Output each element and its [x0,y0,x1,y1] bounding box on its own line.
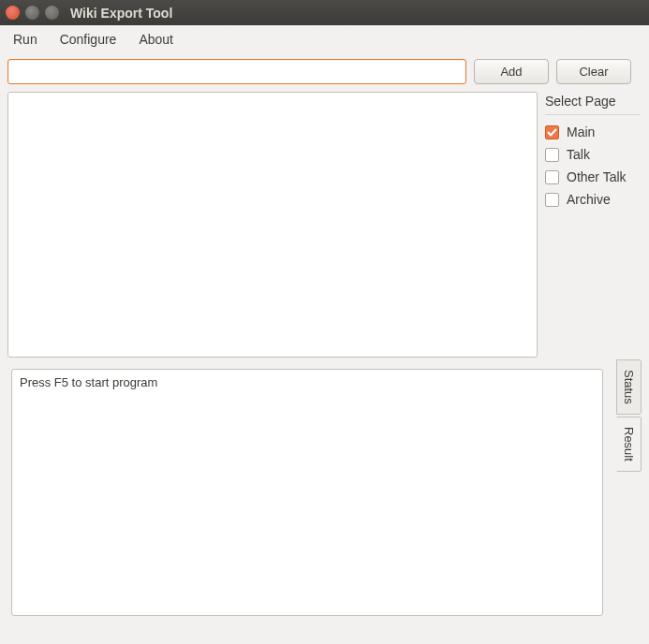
window-controls [6,6,59,20]
minimize-icon[interactable] [25,6,39,20]
window-title: Wiki Export Tool [70,6,172,21]
titlebar: Wiki Export Tool [0,0,649,25]
side-heading: Select Page [545,92,640,115]
add-button[interactable]: Add [474,59,549,84]
checkbox-talk[interactable] [545,148,559,162]
checkbox-row-main[interactable]: Main [545,121,640,143]
checkbox-label: Talk [567,147,590,162]
checkbox-other-talk[interactable] [545,170,559,184]
checkbox-label: Main [567,124,595,139]
menubar: Run Configure About [0,25,649,53]
checkbox-row-archive[interactable]: Archive [545,188,640,211]
page-list[interactable] [7,92,538,358]
output-panel[interactable]: Press F5 to start program [11,369,603,616]
page-name-input[interactable] [7,59,466,84]
tab-result[interactable]: Result [616,417,642,472]
menu-configure[interactable]: Configure [56,29,121,50]
checkbox-row-other-talk[interactable]: Other Talk [545,166,640,188]
menu-about[interactable]: About [135,29,177,50]
bottom-area: Press F5 to start program Status Result [7,369,642,616]
close-icon[interactable] [6,6,20,20]
maximize-icon[interactable] [45,6,59,20]
vertical-tabs: Status Result [616,359,642,474]
checkbox-row-talk[interactable]: Talk [545,143,640,166]
check-icon [547,127,557,138]
top-row: Add Clear [7,59,642,84]
checkbox-label: Archive [567,192,611,207]
tab-status[interactable]: Status [616,359,642,415]
checkbox-archive[interactable] [545,193,559,207]
output-text: Press F5 to start program [20,375,157,389]
clear-button[interactable]: Clear [556,59,631,84]
checkbox-main[interactable] [545,125,559,139]
content-area: Add Clear Select Page Main Talk Other Ta [0,53,649,616]
middle-row: Select Page Main Talk Other Talk Ar [7,92,642,358]
side-panel: Select Page Main Talk Other Talk Ar [543,92,642,358]
checkbox-label: Other Talk [567,169,627,184]
menu-run[interactable]: Run [9,29,41,50]
